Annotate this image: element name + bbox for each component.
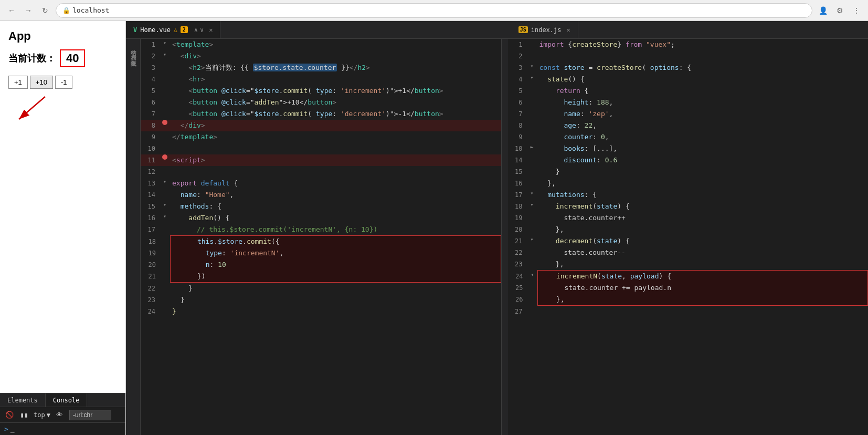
fold-arrow-13[interactable]: ▾ [163, 178, 166, 185]
idx-line-26: 26 }, [509, 294, 868, 305]
fold-arrow-idx-17[interactable]: ▾ [530, 189, 533, 197]
fold-arrow-idx-21[interactable]: ▾ [530, 235, 533, 243]
context-dropdown-icon[interactable]: ▼ [47, 411, 50, 419]
idx-line-27: 27 [508, 306, 869, 317]
pause-button[interactable]: ▮▮ [19, 410, 29, 420]
code-line-10: 10 [141, 143, 501, 154]
idx-line-18: 18 ▾ increment(state) { [508, 201, 869, 212]
code-line-9: 9 </template> [141, 131, 501, 143]
idx-line-14: 14 discount: 0.6 [508, 154, 869, 166]
browser-chrome: ← → ↻ 🔒 localhost 👤 ⚙ ⋮ [0, 0, 868, 21]
eye-button[interactable]: 👁 [55, 410, 65, 420]
button-group: +1 +10 -1 [8, 76, 117, 89]
counter-value: 40 [60, 49, 85, 67]
index-js-code: 1 import {createStore} from "vuex"; 2 3 … [508, 39, 869, 435]
extensions-button[interactable]: ⚙ [833, 4, 846, 17]
idx-line-24: 24 ▾ incrementN(state, payload) { [509, 271, 868, 282]
code-line-24: 24 } [141, 306, 501, 317]
code-line-5: 5 <button @click="$store.commit( type: '… [141, 85, 501, 97]
editors-area: 结构 布局 收藏夹 1 ▾ <template> 2 ▾ [126, 39, 868, 435]
arrow-annotation [8, 94, 117, 126]
filter-input[interactable] [69, 410, 111, 420]
side-icon-layout[interactable]: 布局 [129, 48, 137, 53]
console-prompt: > [4, 425, 8, 433]
idx-line-25: 25 state.counter += payload.n [509, 282, 868, 294]
nav-down-arrow[interactable]: ∨ [200, 26, 204, 34]
home-vue-tab-label: Home.vue [140, 26, 171, 34]
fold-arrow-16[interactable]: ▾ [163, 212, 166, 220]
close-home-vue[interactable]: ✕ [209, 26, 213, 34]
code-line-8: 8 </div> [141, 120, 501, 131]
fold-arrow-idx-24[interactable]: ▾ [531, 271, 534, 278]
idx-line-3: 3 ▾ const store = createStore( options: … [508, 62, 869, 74]
idx-line-10: 10 ► books: [...], [508, 143, 869, 154]
menu-button[interactable]: ⋮ [850, 4, 863, 17]
fold-arrow-idx-3[interactable]: ▾ [530, 62, 533, 70]
close-index-js[interactable]: ✕ [567, 26, 570, 34]
fold-arrow[interactable]: ▾ [163, 39, 166, 47]
idx-line-7: 7 name: 'zep', [508, 108, 869, 120]
side-icon-favorites[interactable]: 收藏夹 [129, 54, 137, 58]
home-vue-code: 1 ▾ <template> 2 ▾ <div> 3 <h2> [141, 39, 501, 435]
counter-display: 当前计数： 40 [8, 49, 117, 67]
devtools-panel: V Home.vue △ 2 ∧ ∨ ✕ JS index.js ✕ [126, 21, 868, 435]
idx-line-22: 22 state.counter-- [508, 247, 869, 258]
side-icon-structure[interactable]: 结构 [129, 43, 137, 47]
console-toolbar: 🚫 ▮▮ top ▼ 👁 [0, 407, 125, 423]
context-label: top [34, 411, 45, 419]
reload-button[interactable]: ↻ [39, 4, 51, 17]
code-line-14: 14 name: "Home", [141, 189, 501, 201]
warning-count: 2 [181, 26, 188, 33]
code-line-15: 15 ▾ methods: { [141, 201, 501, 212]
url-bar[interactable]: 🔒 localhost [56, 3, 812, 18]
increment-ten-button[interactable]: +10 [30, 76, 53, 89]
code-line-19: 19 type: 'incrementN', [141, 247, 501, 259]
fold-arrow-15[interactable]: ▾ [163, 201, 166, 209]
idx-line-6: 6 height: 188, [508, 97, 869, 108]
console-cursor[interactable]: _ [10, 425, 15, 433]
main-area: App 当前计数： 40 +1 +10 -1 [0, 21, 868, 435]
code-line-21: 21 }) [141, 271, 501, 282]
tab-home-vue[interactable]: V Home.vue △ 2 ∧ ∨ ✕ [126, 21, 220, 38]
fold-arrow-2[interactable]: ▾ [163, 50, 166, 58]
back-button[interactable]: ← [5, 4, 18, 17]
idx-line-23: 23 }, [508, 258, 869, 270]
breakpoint-11[interactable] [162, 154, 167, 160]
idx-line-9: 9 counter: 0, [508, 131, 869, 143]
decrement-button[interactable]: -1 [55, 76, 73, 89]
tab-elements[interactable]: Elements [0, 393, 46, 407]
profile-button[interactable]: 👤 [817, 4, 829, 17]
svg-line-1 [19, 97, 45, 119]
vue-icon: V [133, 26, 137, 34]
forward-button[interactable]: → [22, 4, 35, 17]
idx-line-17: 17 ▾ mutations: { [508, 189, 869, 201]
index-js-editor: 1 import {createStore} from "vuex"; 2 3 … [508, 39, 869, 435]
idx-line-4: 4 ▾ state() { [508, 74, 869, 85]
lock-icon: 🔒 [62, 7, 70, 14]
url-text: localhost [72, 6, 109, 14]
code-line-11: 11 <script> [141, 154, 501, 166]
idx-line-1: 1 import {createStore} from "vuex"; [508, 39, 869, 50]
code-line-22: 22 } [141, 283, 501, 294]
code-line-17: 17 // this.$store.commit('incrementN', {… [141, 224, 501, 235]
increment-one-button[interactable]: +1 [8, 76, 28, 89]
fold-arrow-idx-18[interactable]: ▾ [530, 201, 533, 209]
code-line-18: 18 this.$store.commit({ [141, 236, 501, 247]
index-js-tab-label: index.js [531, 26, 562, 34]
tab-console[interactable]: Console [46, 393, 88, 407]
code-line-13: 13 ▾ export default { [141, 178, 501, 189]
tab-index-js[interactable]: JS index.js ✕ [511, 21, 578, 38]
nav-up-arrow[interactable]: ∧ [194, 26, 198, 34]
app-title: App [8, 29, 117, 43]
counter-label: 当前计数： [8, 52, 56, 65]
breakpoint-8[interactable] [162, 120, 167, 125]
context-selector[interactable]: top ▼ [34, 411, 50, 419]
code-line-3: 3 <h2>当前计数: {{ $store.state.counter }}</… [141, 62, 501, 74]
preview-content: App 当前计数： 40 +1 +10 -1 [0, 21, 125, 393]
idx-line-16: 16 }, [508, 178, 869, 189]
fold-arrow-idx-10[interactable]: ► [530, 143, 533, 151]
fold-arrow-idx-4[interactable]: ▾ [530, 74, 533, 81]
clear-console-button[interactable]: 🚫 [4, 410, 15, 420]
side-icons-left: 结构 布局 收藏夹 [126, 39, 141, 435]
code-line-16: 16 ▾ addTen() { [141, 212, 501, 224]
